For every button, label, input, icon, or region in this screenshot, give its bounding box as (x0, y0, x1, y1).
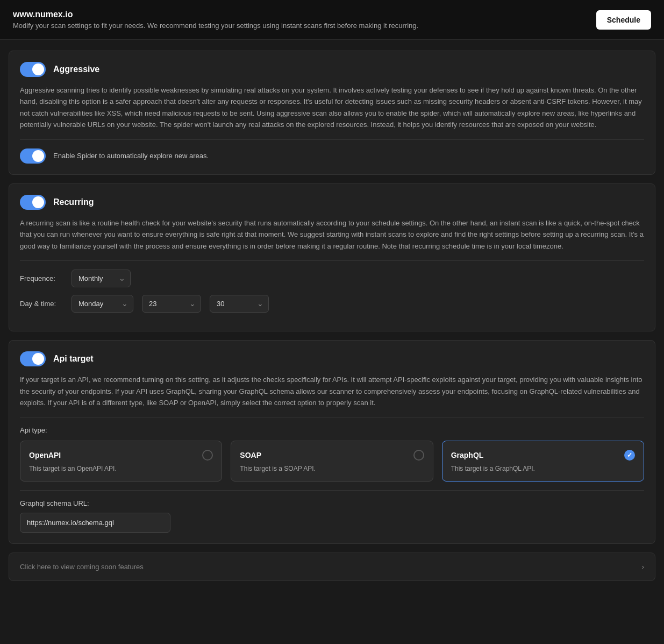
coming-soon-text: Click here to view coming soon features (20, 563, 144, 571)
spider-toggle-row: Enable Spider to automatically explore n… (20, 148, 644, 164)
api-type-openapi[interactable]: OpenAPI This target is an OpenAPI API. (20, 441, 222, 482)
recurring-title: Recurring (53, 197, 94, 207)
schema-label: Graphql schema URL: (20, 499, 644, 507)
frequency-select[interactable]: Daily Weekly Monthly Yearly (72, 270, 131, 287)
api-type-label: Api type: (20, 426, 644, 434)
header-title-section: www.numex.io Modify your scan settings t… (13, 10, 418, 30)
api-type-openapi-name: OpenAPI (29, 451, 61, 459)
api-type-soap-desc: This target is a SOAP API. (240, 465, 424, 472)
api-target-description: If your target is an API, we recommend t… (20, 374, 644, 408)
recurring-body: A recurring scan is like a routine healt… (20, 217, 644, 252)
aggressive-header: Aggressive (20, 62, 644, 77)
api-target-body: If your target is an API, we recommend t… (20, 374, 644, 408)
api-type-graphql-header: GraphQL (451, 450, 635, 461)
day-select[interactable]: Monday Tuesday Wednesday Thursday Friday… (72, 295, 133, 313)
aggressive-description: Aggressive scanning tries to identify po… (20, 84, 644, 131)
api-type-soap-name: SOAP (240, 451, 261, 459)
recurring-description: A recurring scan is like a routine healt… (20, 217, 644, 252)
api-type-openapi-desc: This target is an OpenAPI API. (29, 465, 213, 472)
api-type-graphql-desc: This target is a GraphQL API. (451, 465, 635, 472)
recurring-header: Recurring (20, 195, 644, 210)
aggressive-card: Aggressive Aggressive scanning tries to … (9, 51, 655, 175)
api-type-list: OpenAPI This target is an OpenAPI API. S… (20, 441, 644, 482)
header-description: Modify your scan settings to fit your ne… (13, 22, 418, 30)
api-target-toggle[interactable] (20, 351, 46, 366)
api-type-graphql-name: GraphQL (451, 451, 484, 459)
recurring-toggle[interactable] (20, 195, 46, 210)
aggressive-title: Aggressive (53, 65, 99, 74)
api-target-title: Api target (53, 354, 94, 364)
api-type-openapi-radio (202, 450, 213, 461)
day-time-label: Day & time: (20, 300, 63, 308)
frequency-label: Frequence: (20, 274, 63, 282)
api-target-card: Api target If your target is an API, we … (9, 340, 655, 544)
hour-select-wrapper: 00010203 04050607 08091011 12131415 1617… (142, 295, 201, 313)
spider-label: Enable Spider to automatically explore n… (53, 152, 209, 160)
schedule-button[interactable]: Schedule (596, 10, 651, 30)
api-type-soap-radio (413, 450, 424, 461)
api-type-openapi-header: OpenAPI (29, 450, 213, 461)
api-type-soap[interactable]: SOAP This target is a SOAP API. (231, 441, 433, 482)
coming-soon-bar[interactable]: Click here to view coming soon features … (9, 553, 655, 581)
aggressive-toggle[interactable] (20, 62, 46, 77)
spider-toggle[interactable] (20, 148, 46, 164)
main-content: Aggressive Aggressive scanning tries to … (0, 40, 664, 592)
schema-url-input[interactable] (20, 513, 170, 533)
api-type-graphql[interactable]: GraphQL This target is a GraphQL API. (442, 441, 644, 482)
day-select-wrapper: Monday Tuesday Wednesday Thursday Friday… (72, 295, 133, 313)
api-target-header: Api target (20, 351, 644, 366)
frequency-row: Frequence: Daily Weekly Monthly Yearly (20, 270, 644, 287)
aggressive-body: Aggressive scanning tries to identify po… (20, 84, 644, 131)
frequency-select-wrapper: Daily Weekly Monthly Yearly (72, 270, 131, 287)
site-title: www.numex.io (13, 10, 418, 19)
minute-select[interactable]: 00 15 30 45 (210, 295, 269, 313)
api-type-soap-header: SOAP (240, 450, 424, 461)
hour-select[interactable]: 00010203 04050607 08091011 12131415 1617… (142, 295, 201, 313)
api-type-graphql-radio (624, 450, 635, 461)
page-header: www.numex.io Modify your scan settings t… (0, 0, 664, 40)
recurring-card: Recurring A recurring scan is like a rou… (9, 183, 655, 331)
minute-select-wrapper: 00 15 30 45 (210, 295, 269, 313)
day-time-row: Day & time: Monday Tuesday Wednesday Thu… (20, 295, 644, 313)
coming-soon-chevron-icon: › (642, 563, 644, 571)
